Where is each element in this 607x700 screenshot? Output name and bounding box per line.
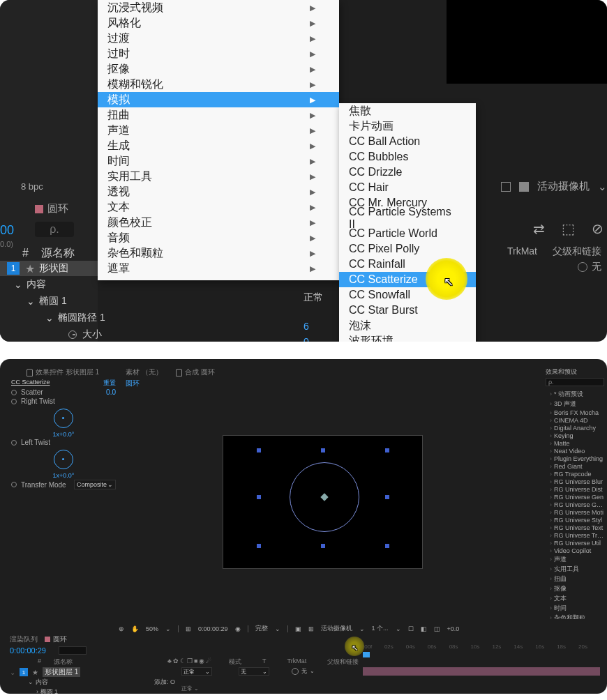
cube-icon[interactable]: ⬚ — [562, 220, 575, 237]
trkmat-dropdown[interactable]: 无⌄ — [239, 667, 269, 676]
submenu-item[interactable]: CC Particle World — [339, 226, 476, 241]
work-area-start[interactable] — [363, 652, 370, 657]
fx-val-scatter[interactable]: 0.0 — [106, 388, 116, 396]
value-pos[interactable]: 0 — [304, 334, 323, 342]
submenu-item[interactable]: CC Star Burst — [339, 303, 476, 318]
preset-category[interactable]: ›3D 声道 — [546, 399, 604, 409]
submenu-item[interactable]: 泡沫 — [339, 318, 476, 333]
stopwatch-icon[interactable] — [11, 482, 17, 487]
menu-item[interactable]: 时间▶ — [98, 153, 339, 169]
time-ruler[interactable]: :00f02s04s06s08s10s12s14s16s18s20s — [363, 644, 600, 653]
submenu-item[interactable]: 波形环境 — [339, 333, 476, 342]
camera-dropdown[interactable]: 活动摄像机 — [537, 180, 590, 193]
left-twist-dial[interactable] — [54, 450, 73, 469]
preset-category[interactable]: ›Boris FX Mocha — [546, 409, 604, 416]
roi-icon[interactable]: ▣ — [295, 625, 301, 632]
menu-item[interactable]: 颜色校正▶ — [98, 215, 339, 230]
preset-category[interactable]: ›CINEMA 4D — [546, 416, 604, 424]
add-button[interactable]: 添加: O — [154, 678, 175, 685]
lock-icon[interactable] — [27, 369, 33, 376]
camera-dropdown[interactable]: 活动摄像机 — [321, 624, 352, 633]
fx-reset-link[interactable]: 重置 — [103, 379, 116, 388]
timeline-comp-tab[interactable]: 圆环 — [45, 634, 67, 644]
preview-viewport[interactable] — [447, 0, 607, 84]
blend-mode-dropdown[interactable]: 正常⌄ — [181, 667, 212, 676]
timeline-search[interactable] — [59, 646, 87, 655]
preset-category[interactable]: ›RG Universe Styl — [546, 516, 604, 524]
preset-category[interactable]: ›RG Universe Dist — [546, 485, 604, 493]
preset-category[interactable]: ›RG Universe Text — [546, 524, 604, 531]
preset-category[interactable]: ›声道 — [546, 554, 604, 564]
preset-category[interactable]: ›杂色和颗粒 — [546, 613, 604, 619]
menu-item[interactable]: 模糊和锐化▶ — [98, 77, 339, 92]
bbox-handle[interactable] — [385, 544, 389, 548]
toggle-mask-icon[interactable] — [519, 182, 529, 192]
effect-controls-tab[interactable]: 效果控件 形状图层 1 — [27, 367, 99, 377]
tree-ellipse-path[interactable]: ⌄椭圆路径 1 — [45, 310, 105, 326]
submenu-item[interactable]: CC Scatterize — [339, 272, 476, 287]
submenu-item[interactable]: CC Pixel Polly — [339, 241, 476, 257]
preset-category[interactable]: ›扭曲 — [546, 574, 604, 584]
bbox-handle[interactable] — [257, 544, 261, 548]
left-twist-value[interactable]: 1x+0.0° — [11, 472, 116, 479]
submenu-item[interactable]: CC Drizzle — [339, 165, 476, 180]
preset-category[interactable]: ›时间 — [546, 603, 604, 613]
stopwatch-icon[interactable] — [11, 399, 17, 404]
zoom-dropdown[interactable]: 50% — [146, 625, 158, 632]
menu-item[interactable]: 音频▶ — [98, 230, 339, 245]
toggle-b[interactable]: ☐ — [408, 625, 414, 632]
submenu-item[interactable]: CC Ball Action — [339, 134, 476, 149]
switches-icon[interactable]: ⇄ — [533, 220, 545, 237]
bpc-indicator[interactable]: 8 bpc — [21, 181, 43, 192]
snapshot-icon[interactable]: ◉ — [235, 625, 241, 632]
grid-icon[interactable]: ⊞ — [308, 625, 314, 632]
stopwatch-icon[interactable] — [11, 440, 17, 446]
fx-title[interactable]: CC Scatterize — [11, 379, 50, 388]
tree-contents[interactable]: ⌄内容 — [14, 276, 105, 293]
preset-category[interactable]: ›RG Trapcode — [546, 470, 604, 478]
menu-item[interactable]: 风格化▶ — [98, 15, 339, 31]
submenu-item[interactable]: CC Rainfall — [339, 257, 476, 272]
exposure[interactable]: +0.0 — [447, 625, 460, 632]
menu-item[interactable]: 沉浸式视频▶ — [98, 0, 339, 15]
value-size[interactable]: 6 — [304, 319, 323, 334]
preset-category[interactable]: ›Keying — [546, 432, 604, 439]
menu-item[interactable]: 声道▶ — [98, 123, 339, 138]
preset-category[interactable]: ›RG Universe Gen — [546, 493, 604, 501]
resolution-dropdown[interactable]: 完整 — [255, 624, 268, 633]
bbox-handle[interactable] — [257, 448, 261, 452]
composition-viewer-tab[interactable]: 合成 圆环 — [176, 367, 215, 377]
preset-category[interactable]: ›Red Giant — [546, 462, 604, 470]
timeline-layer-row[interactable]: ⌄ 1 ★ 形状图层 1 — [10, 667, 80, 677]
tree-ellipse[interactable]: › 椭圆 1 — [36, 687, 175, 694]
layer-row-1[interactable]: 1 ★ 形状图 — [0, 261, 98, 276]
bbox-handle[interactable] — [385, 448, 389, 452]
effects-presets-search[interactable]: ρ. — [546, 378, 604, 386]
menu-item[interactable]: 过渡▶ — [98, 31, 339, 46]
pickwhip-icon[interactable] — [292, 668, 299, 675]
bbox-handle[interactable] — [321, 448, 325, 452]
menu-item[interactable]: 生成▶ — [98, 138, 339, 153]
footage-tab[interactable]: 素材 （无） — [126, 367, 163, 377]
preset-category[interactable]: ›实用工具 — [546, 564, 604, 574]
submenu-item[interactable]: CC Snowfall — [339, 287, 476, 303]
right-twist-value[interactable]: 1x+0.0° — [11, 431, 116, 438]
toggle-d[interactable]: ◫ — [434, 625, 440, 632]
menu-item[interactable]: 扭曲▶ — [98, 107, 339, 123]
timeline-search[interactable]: ρ. — [35, 222, 74, 237]
submenu-item[interactable]: CC Bubbles — [339, 149, 476, 165]
menu-item[interactable]: 杂色和颗粒▶ — [98, 245, 339, 261]
comp-viewport[interactable] — [223, 436, 422, 568]
submenu-item[interactable]: 焦散 — [339, 103, 476, 119]
preset-category[interactable]: ›RG Universe Glow — [546, 501, 604, 508]
toggle-transparency-icon[interactable] — [501, 182, 511, 192]
menu-item[interactable]: 过时▶ — [98, 46, 339, 61]
hand-icon[interactable]: ✋ — [131, 625, 139, 632]
parent-dropdown[interactable]: 无 — [578, 261, 601, 273]
right-twist-dial[interactable] — [54, 409, 73, 428]
view-count[interactable]: 1 个... — [372, 624, 389, 633]
stopwatch-icon[interactable] — [11, 390, 17, 395]
tree-size[interactable]: 大小 — [68, 326, 105, 342]
layer-duration-bar[interactable] — [363, 667, 600, 676]
comp-breadcrumb[interactable]: 圆环 — [126, 379, 140, 388]
